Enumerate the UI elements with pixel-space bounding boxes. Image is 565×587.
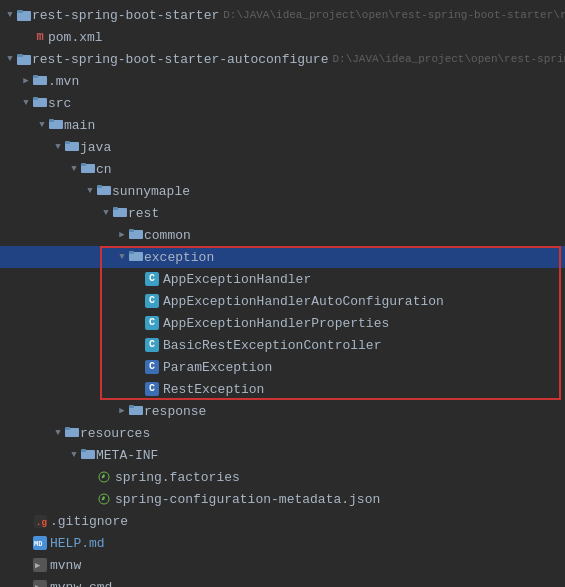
mvnw-cmd-label: mvnw.cmd [50,580,112,588]
java-label: java [80,140,111,155]
spring-icon-sf [96,469,112,485]
arrow-java [52,141,64,153]
tree-item-gitignore[interactable]: .g .gitignore [0,510,565,532]
tree-item-sunnymaple[interactable]: sunnymaple [0,180,565,202]
tree-item-rest-exception[interactable]: C RestException [0,378,565,400]
folder-icon-response [128,403,144,419]
aeh-label: AppExceptionHandler [163,272,311,287]
response-label: response [144,404,206,419]
arrow-brec [132,339,144,351]
tree-item-mvn[interactable]: .mvn [0,70,565,92]
exception-label: exception [144,250,214,265]
folder-icon-rest [112,205,128,221]
tree-item-help-md[interactable]: MD HELP.md [0,532,565,554]
tree-item-basic-rest-exception[interactable]: C BasicRestExceptionController [0,334,565,356]
folder-icon-mvn [32,73,48,89]
script-icon-mvnw-cmd: ▶ [32,579,48,587]
arrow-sf [84,471,96,483]
arrow-aehp [132,317,144,329]
svg-text:▶: ▶ [35,561,41,571]
class-icon-pe: C [144,359,160,375]
re-label: RestException [163,382,264,397]
folder-icon-main [48,117,64,133]
svg-rect-19 [129,229,134,232]
mvn-label: .mvn [48,74,79,89]
svg-rect-1 [17,10,23,13]
mvnw-label: mvnw [50,558,81,573]
pe-label: ParamException [163,360,272,375]
class-icon-aeh: C [144,271,160,287]
resources-label: resources [80,426,150,441]
arrow-sunnymaple [84,185,96,197]
arrow-exception [116,251,128,263]
tree-item-resources[interactable]: resources [0,422,565,444]
tree-item-spring-factories[interactable]: spring.factories [0,466,565,488]
project-tree: rest-spring-boot-starter D:\JAVA\idea_pr… [0,0,565,587]
class-icon-re: C [144,381,160,397]
tree-item-pom1[interactable]: pom.xml [0,26,565,48]
tree-item-common[interactable]: common [0,224,565,246]
arrow-pe [132,361,144,373]
root2-label: rest-spring-boot-starter-autoconfigure [32,52,328,67]
tree-item-cn[interactable]: cn [0,158,565,180]
arrow-pom1 [20,31,32,43]
svg-text:▶: ▶ [35,583,41,587]
root1-path: D:\JAVA\idea_project\open\rest-spring-bo… [223,9,565,21]
aehp-label: AppExceptionHandlerProperties [163,316,389,331]
tree-item-root2[interactable]: rest-spring-boot-starter-autoconfigure D… [0,48,565,70]
class-icon-aehp: C [144,315,160,331]
arrow-response [116,405,128,417]
svg-rect-21 [129,251,134,254]
src-label: src [48,96,71,111]
arrow-cn [68,163,80,175]
md-icon-help: MD [32,535,48,551]
svg-text:.g: .g [36,518,47,528]
svg-text:MD: MD [34,540,42,548]
arrow-src [20,97,32,109]
spring-icon-scm [96,491,112,507]
brec-label: BasicRestExceptionController [163,338,381,353]
svg-rect-25 [65,427,70,430]
folder-icon-exception [128,249,144,265]
svg-rect-7 [33,97,38,100]
tree-item-param-exception[interactable]: C ParamException [0,356,565,378]
tree-item-spring-config-meta[interactable]: spring-configuration-metadata.json [0,488,565,510]
main-label: main [64,118,95,133]
tree-item-app-exception-handler-auto[interactable]: C AppExceptionHandlerAutoConfiguration [0,290,565,312]
tree-item-app-exception-handler[interactable]: C AppExceptionHandler [0,268,565,290]
tree-item-src[interactable]: src [0,92,565,114]
tree-item-rest[interactable]: rest [0,202,565,224]
arrow-aehac [132,295,144,307]
svg-rect-13 [81,163,86,166]
arrow-aeh [132,273,144,285]
root2-path: D:\JAVA\idea_project\open\rest-spring-bo… [332,53,565,65]
folder-icon-cn [80,161,96,177]
arrow-meta-inf [68,449,80,461]
svg-rect-23 [129,405,134,408]
tree-item-meta-inf[interactable]: META-INF [0,444,565,466]
scm-label: spring-configuration-metadata.json [115,492,380,507]
pom1-label: pom.xml [48,30,103,45]
root1-label: rest-spring-boot-starter [32,8,219,23]
tree-item-java[interactable]: java [0,136,565,158]
svg-rect-27 [81,449,86,452]
tree-item-main[interactable]: main [0,114,565,136]
help-md-label: HELP.md [50,536,105,551]
svg-rect-11 [65,141,70,144]
arrow-common [116,229,128,241]
tree-item-exception[interactable]: exception [0,246,565,268]
git-icon-gitignore: .g [32,513,48,529]
tree-item-app-exception-handler-props[interactable]: C AppExceptionHandlerProperties [0,312,565,334]
tree-item-mvnw-cmd[interactable]: ▶ mvnw.cmd [0,576,565,587]
arrow-help [20,537,32,549]
folder-icon-src [32,95,48,111]
tree-item-mvnw[interactable]: ▶ mvnw [0,554,565,576]
folder-icon-meta-inf [80,447,96,463]
tree-item-response[interactable]: response [0,400,565,422]
class-icon-brec: C [144,337,160,353]
tree-item-root1[interactable]: rest-spring-boot-starter D:\JAVA\idea_pr… [0,4,565,26]
folder-icon-java [64,139,80,155]
folder-icon-resources [64,425,80,441]
arrow-main [36,119,48,131]
gitignore-label: .gitignore [50,514,128,529]
